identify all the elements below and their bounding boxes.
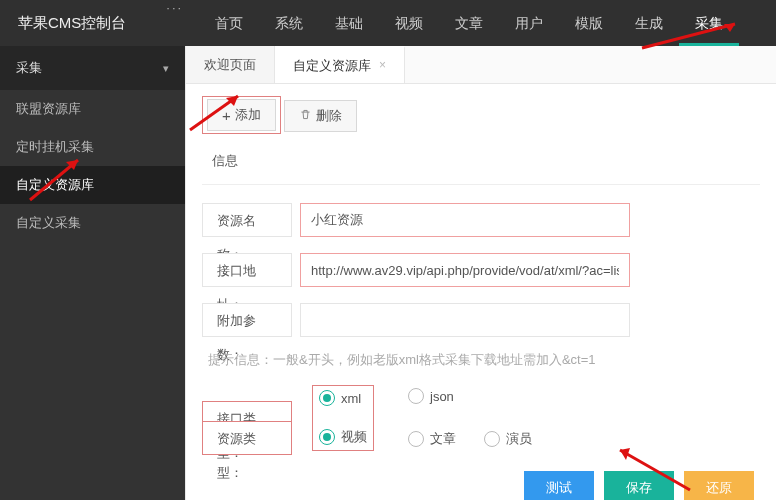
panel-title: 信息 (202, 134, 760, 185)
tab-custom-resource-label: 自定义资源库 (293, 47, 371, 84)
delete-button-label: 删除 (316, 107, 342, 125)
chevron-down-icon: ▾ (163, 46, 169, 90)
nav-collect[interactable]: 采集 (679, 0, 739, 46)
nav-user[interactable]: 用户 (499, 0, 559, 46)
topnav-more-icon[interactable]: ··· (150, 0, 199, 46)
brand-title: 苹果CMS控制台 (0, 14, 144, 33)
name-label: 资源名称： (202, 203, 292, 237)
tab-welcome-label: 欢迎页面 (204, 46, 256, 83)
radio-rtype-video-label: 视频 (341, 428, 367, 446)
hint-text: 提示信息：一般&开头，例如老版xml格式采集下载地址需加入&ct=1 (202, 345, 760, 377)
extra-label: 附加参数： (202, 303, 292, 337)
radio-rtype-actor[interactable]: 演员 (484, 430, 532, 448)
trash-icon (299, 108, 312, 124)
tab-welcome[interactable]: 欢迎页面 (186, 46, 275, 83)
topnav: ··· 首页 系统 基础 视频 文章 用户 模版 生成 采集 (150, 0, 739, 46)
action-bar: 测试 保存 还原 (202, 463, 760, 500)
radio-itype-json-label: json (430, 389, 454, 404)
test-button[interactable]: 测试 (524, 471, 594, 500)
api-input[interactable] (300, 253, 630, 287)
sidebar-title: 采集 (16, 46, 42, 90)
nav-video[interactable]: 视频 (379, 0, 439, 46)
sidebar-item-union[interactable]: 联盟资源库 (0, 90, 185, 128)
add-button[interactable]: + 添加 (207, 99, 276, 131)
radio-itype-json[interactable]: json (408, 388, 532, 404)
tab-custom-resource[interactable]: 自定义资源库 × (275, 46, 405, 83)
rtype-label: 资源类型： (202, 421, 292, 455)
plus-icon: + (222, 108, 231, 123)
nav-home[interactable]: 首页 (199, 0, 259, 46)
nav-template[interactable]: 模版 (559, 0, 619, 46)
nav-system[interactable]: 系统 (259, 0, 319, 46)
radio-rtype-video[interactable]: 视频 (319, 428, 367, 446)
sidebar-item-custom-collect[interactable]: 自定义采集 (0, 204, 185, 242)
nav-article[interactable]: 文章 (439, 0, 499, 46)
sidebar: 采集 ▾ 联盟资源库 定时挂机采集 自定义资源库 自定义采集 (0, 46, 185, 500)
sidebar-header[interactable]: 采集 ▾ (0, 46, 185, 90)
radio-rtype-actor-label: 演员 (506, 430, 532, 448)
radio-rtype-article-label: 文章 (430, 430, 456, 448)
sidebar-item-custom-resource[interactable]: 自定义资源库 (0, 166, 185, 204)
sidebar-item-scheduled[interactable]: 定时挂机采集 (0, 128, 185, 166)
toolbar: + 添加 删除 (186, 84, 776, 134)
reset-button[interactable]: 还原 (684, 471, 754, 500)
topbar: 苹果CMS控制台 ··· 首页 系统 基础 视频 文章 用户 模版 生成 采集 (0, 0, 776, 46)
nav-basic[interactable]: 基础 (319, 0, 379, 46)
api-label: 接口地址： (202, 253, 292, 287)
save-button[interactable]: 保存 (604, 471, 674, 500)
radio-itype-xml[interactable]: xml (319, 390, 367, 406)
radio-rtype-article[interactable]: 文章 (408, 430, 456, 448)
tab-bar: 欢迎页面 自定义资源库 × (186, 46, 776, 84)
add-button-label: 添加 (235, 106, 261, 124)
close-icon[interactable]: × (379, 47, 386, 84)
extra-input[interactable] (300, 303, 630, 337)
delete-button[interactable]: 删除 (284, 100, 357, 132)
radio-itype-xml-label: xml (341, 391, 361, 406)
form: 资源名称： 接口地址： 附加参数： 提示信息：一般&开头，例如老版xml格式采集… (202, 185, 760, 500)
name-input[interactable] (300, 203, 630, 237)
nav-generate[interactable]: 生成 (619, 0, 679, 46)
